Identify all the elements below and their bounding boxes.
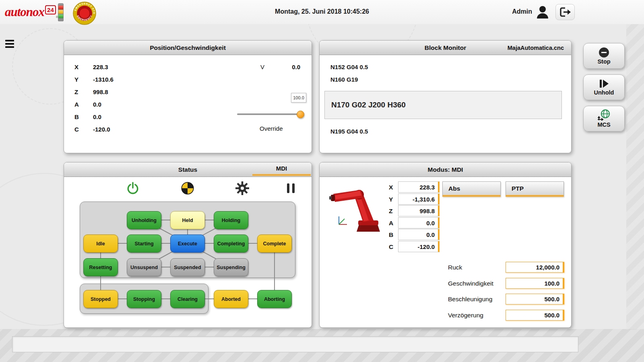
axis-label-y: Y [74, 76, 78, 83]
state-holding: Holding [214, 211, 248, 229]
override-value-tooltip: 100.0 [291, 93, 306, 103]
unhold-button[interactable]: Unhold [583, 74, 625, 100]
state-suspended: Suspended [170, 258, 205, 276]
param-value-geschwindigkeit[interactable]: 100.0 [506, 278, 564, 289]
override-slider-handle[interactable] [297, 111, 304, 118]
unhold-button-label: Unhold [594, 89, 614, 96]
state-idle: Idle [83, 234, 118, 253]
axis-value-a: 0.0 [93, 101, 101, 108]
param-label-ruck: Ruck [448, 264, 462, 271]
power-icon [126, 182, 139, 195]
state-complete: Complete [257, 234, 292, 253]
axis-value-c: -120.0 [93, 126, 110, 133]
tab-mdi[interactable]: MDI [252, 162, 311, 176]
override-slider-track[interactable] [237, 113, 304, 115]
state-unsuspend: Unsuspend [127, 258, 161, 276]
modus-panel-title: Modus: MDI [320, 162, 571, 177]
block-monitor-panel: Block Monitor MajaAutomatica.cnc N152 G0… [319, 40, 572, 153]
state-resetting: Resetting [83, 258, 118, 276]
power-button[interactable] [126, 181, 140, 195]
position-panel: Position/Geschwindigkeit X 228.3 Y -1310… [64, 40, 312, 153]
mdi-axis-label-z: Z [389, 208, 392, 215]
pause-icon [287, 183, 295, 193]
user-icon[interactable] [536, 5, 549, 19]
mdi-axis-label-c: C [389, 243, 393, 251]
block-line: N195 G04 0.5 [330, 128, 368, 135]
state-clearing: Clearing [170, 290, 205, 308]
current-block-line: N170 G02 J200 H360 [331, 101, 406, 109]
param-value-beschleunigung[interactable]: 500.0 [506, 294, 564, 304]
stop-button[interactable]: Stop [583, 43, 625, 69]
unhold-icon [599, 79, 609, 88]
state-aborting: Aborting [257, 290, 292, 308]
settings-button[interactable] [235, 181, 250, 195]
quadrant-target-icon [181, 182, 194, 195]
mdi-axis-label-x: X [389, 184, 393, 191]
modus-panel-header: Modus: MDI [320, 162, 571, 177]
mdi-axis-label-b: B [389, 231, 393, 239]
axis-label-x: X [74, 64, 78, 70]
mdi-axis-value-y[interactable]: -1,310.6 [398, 193, 440, 205]
current-block-box: N170 G02 J200 H360 [324, 91, 562, 119]
axis-value-z: 998.8 [93, 88, 108, 95]
mdi-axis-label-a: A [389, 220, 393, 227]
modus-panel: Modus: MDI X [319, 162, 572, 328]
logo-badge: 24 [45, 5, 56, 14]
state-aborted: Aborted [214, 290, 248, 308]
signal-tower-icon [58, 3, 64, 22]
app-root: autonox 24 ® EMERGENCY STOP [0, 0, 644, 362]
override-label: Override [260, 125, 283, 132]
reference-point-button[interactable] [180, 181, 195, 195]
abs-mode-button[interactable]: Abs [442, 181, 501, 197]
mdi-axis-label-y: Y [389, 196, 393, 203]
state-unholding: Unholding [127, 211, 161, 229]
state-completing: Completing [214, 234, 248, 253]
ptp-mode-button[interactable]: PTP [506, 181, 564, 197]
state-stopped: Stopped [83, 290, 118, 308]
gear-icon [235, 181, 249, 195]
param-label-beschleunigung: Beschleunigung [448, 296, 492, 303]
block-monitor-header: Block Monitor MajaAutomatica.cnc [320, 41, 571, 55]
logged-in-user-label: Admin [512, 8, 532, 15]
param-value-verzoegerung[interactable]: 500.0 [506, 310, 564, 321]
background-stripes-right [626, 24, 644, 330]
status-message-bar [12, 336, 578, 352]
logo-text: autonox [5, 5, 44, 19]
block-line: N160 G19 [330, 76, 358, 83]
autonox-logo: autonox 24 ® [5, 2, 58, 22]
status-panel: Status MDI [64, 162, 312, 328]
emergency-stop-button[interactable]: EMERGENCY STOP EMERGENCY STOP [72, 1, 97, 25]
state-held: Held [170, 211, 205, 229]
logout-button[interactable] [555, 4, 575, 20]
param-label-geschwindigkeit: Geschwindigkeit [448, 280, 493, 287]
top-bar: autonox 24 ® EMERGENCY STOP [0, 0, 644, 24]
mdi-axis-value-a[interactable]: 0.0 [398, 217, 440, 228]
state-execute: Execute [170, 234, 205, 253]
axis-value-x: 228.3 [93, 64, 108, 70]
axis-value-y: -1310.6 [93, 76, 114, 83]
axis-value-b: 0.0 [93, 113, 101, 120]
status-panel-header: Status MDI [64, 162, 312, 177]
pause-button[interactable] [283, 181, 298, 195]
param-label-verzoegerung: Verzögerung [448, 312, 483, 319]
mcs-button[interactable]: MCS [583, 106, 625, 132]
state-suspending: Suspending [214, 258, 248, 276]
mdi-axis-value-b[interactable]: 0.0 [398, 229, 440, 240]
axis-label-b: B [74, 113, 79, 120]
stop-icon [599, 47, 609, 58]
axis-label-c: C [74, 126, 79, 133]
state-stopping: Stopping [127, 290, 161, 308]
mdi-axis-value-x[interactable]: 228.3 [398, 181, 440, 193]
param-value-ruck[interactable]: 12,000.0 [506, 262, 564, 273]
position-panel-title: Position/Geschwindigkeit [64, 41, 312, 55]
datetime-display: Montag, 25. Juni 2018 10:45:26 [275, 8, 369, 15]
velocity-value: 0.0 [292, 64, 300, 70]
menu-button[interactable] [5, 40, 15, 49]
mdi-axis-value-c[interactable]: -120.0 [398, 241, 440, 252]
mcs-icon [597, 109, 611, 121]
stop-button-label: Stop [597, 58, 610, 65]
block-line: N152 G04 0.5 [330, 64, 368, 70]
state-starting: Starting [127, 234, 161, 253]
mdi-axis-value-z[interactable]: 998.8 [398, 205, 440, 216]
axis-label-a: A [74, 101, 79, 108]
